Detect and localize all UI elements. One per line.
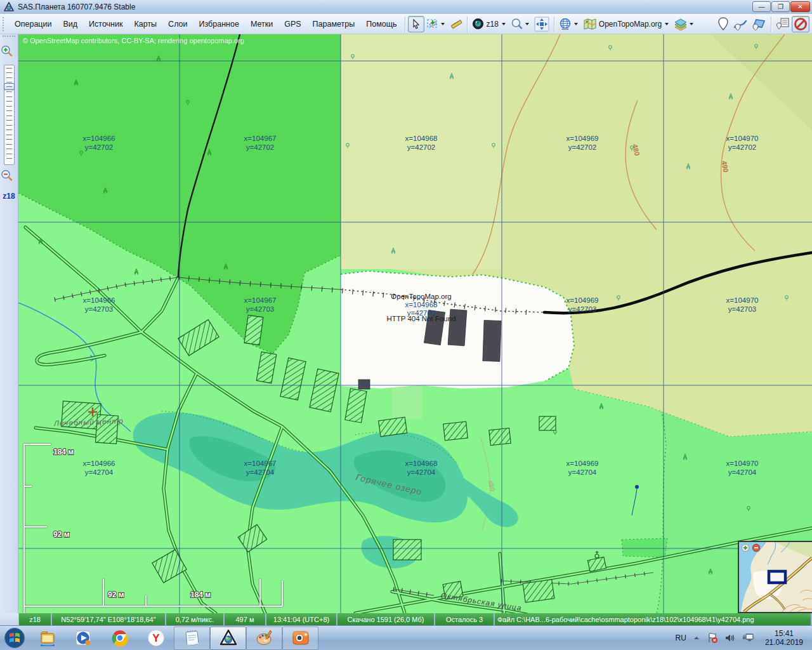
network-icon[interactable] (742, 633, 755, 643)
windows-start-icon (4, 627, 25, 649)
error-tile-source: OpenTopoMap.org (391, 293, 451, 300)
toolbar-gripper[interactable] (2, 17, 4, 32)
title-bar[interactable]: SAS.Планета 160707.9476 Stable — ❐ ✕ (0, 0, 812, 14)
map-canvas[interactable]: x=104966y=42702x=104967y=42702x=104968y=… (18, 34, 812, 613)
status-segment-7: Осталось 3 (435, 613, 495, 625)
taskbar-media-player[interactable] (65, 627, 102, 650)
tray-expand-icon[interactable] (693, 635, 700, 641)
paint-icon (255, 629, 274, 647)
tile-label-x: x=104970 (726, 460, 759, 467)
menu-bar: ОперацииВидИсточникКартыСлоиИзбранноеМет… (9, 17, 402, 32)
path-icon (733, 17, 747, 31)
tile-label-x: x=104966 (83, 135, 115, 142)
cursor-icon (410, 18, 422, 30)
taskbar-yandex-browser[interactable]: Y (138, 627, 174, 650)
volume-icon[interactable] (724, 633, 736, 643)
map-render: x=104966y=42702x=104967y=42702x=104968y=… (18, 34, 812, 613)
add-path-button[interactable] (731, 16, 749, 32)
menu-item-5[interactable]: Слои (162, 17, 193, 32)
status-bar: z18N52°59'17,74" E108°18'18,64"0,72 м/пи… (0, 613, 812, 625)
action-center-icon[interactable] (707, 632, 718, 644)
zoom-level-label: z18 (485, 20, 499, 29)
taskbar-chrome[interactable] (102, 627, 138, 650)
zoom-slider-ticks (6, 68, 12, 162)
status-segment-1: z18 (19, 613, 52, 625)
map-source-selector[interactable]: OpenTopoMap.org (581, 16, 672, 32)
status-segment-4: 497 м (225, 613, 266, 625)
taskbar-paint[interactable] (246, 627, 282, 650)
tile-label-y: y=42703 (568, 305, 596, 313)
language-indicator[interactable]: RU (676, 633, 686, 642)
layers-icon (674, 18, 688, 30)
cursor-tool-button[interactable] (408, 16, 424, 32)
zoom-level-selector[interactable]: z18 (470, 16, 508, 32)
minimap-viewport[interactable] (769, 571, 785, 583)
tile-label-x: x=104968 (405, 135, 438, 142)
tile-label-x: x=104967 (244, 135, 277, 142)
placemark-icon (717, 17, 729, 31)
taskbar-screen-capture[interactable] (282, 627, 318, 650)
disable-download-button[interactable] (792, 16, 809, 32)
tile-label-y: y=42704 (728, 468, 757, 476)
tile-label-x: x=104967 (244, 460, 277, 467)
menu-item-6[interactable]: Избранное (193, 17, 245, 32)
download-selection-button[interactable] (424, 16, 448, 32)
close-button[interactable]: ✕ (790, 1, 810, 12)
add-polygon-button[interactable] (749, 16, 768, 32)
menu-item-2[interactable]: Вид (57, 17, 83, 32)
ruler-icon (450, 18, 462, 30)
download-selection-icon (426, 18, 439, 30)
zoom-in-icon[interactable] (0, 44, 14, 58)
menu-item-4[interactable]: Карты (128, 17, 162, 32)
ruler-tool-button[interactable] (448, 16, 464, 32)
yandex-icon: Y (147, 629, 165, 647)
tile-label-y: y=42702 (246, 143, 274, 151)
dropdown-caret (441, 23, 445, 25)
layers-button[interactable] (672, 16, 697, 32)
status-corner (0, 613, 19, 625)
panel-gripper[interactable] (3, 36, 15, 41)
dropdown-caret (502, 23, 506, 25)
menu-item-1[interactable]: Операции (9, 17, 57, 32)
fullscreen-button[interactable] (532, 16, 551, 32)
menu-item-10[interactable]: Помощь (360, 17, 402, 32)
minimap-zoom-out-button[interactable] (752, 544, 760, 552)
minimap-zoom-in-button[interactable] (742, 544, 749, 552)
tile-label-y: y=42703 (728, 305, 756, 313)
minimize-button[interactable]: — (752, 1, 771, 12)
prohibition-icon (794, 17, 808, 31)
tile-label-y: y=42702 (85, 143, 113, 151)
placemark-list-button[interactable] (774, 16, 792, 32)
overview-minimap[interactable] (738, 541, 812, 613)
status-segment-6: Скачано 1591 (26,0 Мб) (337, 613, 435, 625)
tray-time: 15:41 (765, 629, 803, 638)
zoom-slider[interactable] (4, 65, 15, 165)
zoom-slider-handle[interactable] (4, 83, 15, 90)
clock[interactable]: 15:41 21.04.2019 (761, 629, 807, 647)
tile-label-y: y=42704 (85, 468, 114, 476)
chrome-icon (111, 629, 129, 647)
taskbar-sas-planet[interactable] (210, 627, 246, 650)
menu-item-3[interactable]: Источник (83, 17, 128, 32)
taskbar-windows-explorer[interactable] (29, 627, 65, 650)
tile-label-y: y=42702 (728, 143, 756, 151)
zoom-out-icon[interactable] (0, 169, 14, 183)
polygon-icon (751, 17, 766, 31)
tile-label-y: y=42704 (568, 468, 597, 476)
globe-zoom-icon (472, 18, 484, 30)
notepad-icon (183, 629, 201, 647)
start-button[interactable] (0, 627, 29, 650)
menu-item-9[interactable]: Параметры (307, 17, 361, 32)
menu-item-8[interactable]: GPS (278, 17, 306, 32)
tile-label-x: x=104970 (726, 296, 759, 304)
tile-label-x: x=104967 (244, 296, 277, 304)
menu-item-7[interactable]: Метки (245, 17, 278, 32)
restore-button[interactable]: ❐ (771, 1, 790, 12)
taskbar-notepad[interactable] (174, 627, 210, 650)
tile-label-x: x=104969 (566, 296, 599, 304)
magnifier-button[interactable] (509, 16, 532, 32)
ruler-label: 184 м (190, 590, 211, 599)
add-placemark-button[interactable] (715, 16, 731, 32)
sas-planet-window: SAS.Планета 160707.9476 Stable — ❐ ✕ Опе… (0, 0, 812, 650)
web-source-button[interactable] (557, 16, 581, 32)
